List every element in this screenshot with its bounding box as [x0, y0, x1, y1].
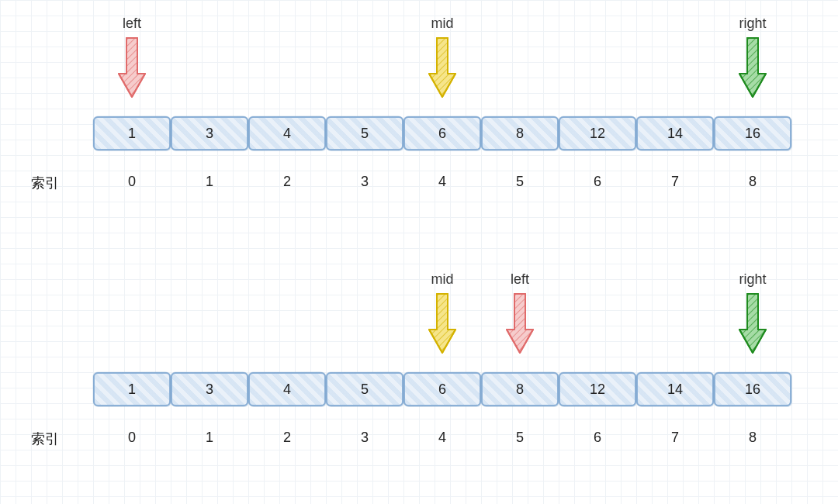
array-cell: 14: [636, 116, 714, 150]
index-cell: 3: [326, 430, 403, 446]
index-cell: 2: [248, 174, 326, 190]
index-cell: 1: [171, 430, 248, 446]
index-cell: 6: [559, 174, 636, 190]
mid-pointer: mid: [403, 271, 481, 354]
right-pointer-label: right: [714, 16, 791, 32]
array-cell: 14: [636, 372, 714, 406]
index-label-2: 索引: [31, 430, 78, 448]
index-cell: 0: [93, 174, 171, 190]
right-pointer: right: [714, 16, 791, 98]
pointer-row-1: left mid right: [93, 16, 791, 116]
index-cell: 7: [636, 174, 714, 190]
index-cell: 5: [481, 430, 559, 446]
index-row-1: 012345678: [93, 174, 791, 190]
array-cell: 1: [93, 116, 171, 150]
arrow-down-icon: [714, 36, 791, 98]
index-cell: 8: [714, 430, 791, 446]
array-cell: 6: [403, 116, 481, 150]
arrow-down-icon: [714, 292, 791, 354]
array-cell: 16: [714, 372, 791, 406]
index-cell: 3: [326, 174, 403, 190]
index-cell: 8: [714, 174, 791, 190]
index-cell: 1: [171, 174, 248, 190]
mid-pointer-label: mid: [403, 271, 481, 288]
array-cell: 3: [171, 116, 248, 150]
array-row-2: 134568121416: [93, 372, 791, 406]
index-cell: 2: [248, 430, 326, 446]
array-cell: 6: [403, 372, 481, 406]
array-cell: 12: [559, 372, 636, 406]
array-cell: 5: [326, 372, 403, 406]
arrow-down-icon: [93, 36, 171, 98]
index-cell: 4: [403, 174, 481, 190]
array-cell: 16: [714, 116, 791, 150]
array-cell: 3: [171, 372, 248, 406]
array-cell: 12: [559, 116, 636, 150]
mid-pointer: mid: [403, 16, 481, 98]
index-cell: 6: [559, 430, 636, 446]
index-cell: 0: [93, 430, 171, 446]
array-cell: 4: [248, 116, 326, 150]
index-row-2: 012345678: [93, 430, 791, 446]
right-pointer: right: [714, 271, 791, 354]
arrow-down-icon: [403, 292, 481, 354]
mid-pointer-label: mid: [403, 16, 481, 32]
array-cell: 5: [326, 116, 403, 150]
left-pointer: left: [481, 271, 559, 354]
pointer-row-2: mid left right: [93, 271, 791, 372]
index-cell: 5: [481, 174, 559, 190]
step-2: mid left right 134568121416: [93, 271, 791, 446]
index-cell: 4: [403, 430, 481, 446]
arrow-down-icon: [403, 36, 481, 98]
array-row-1: 134568121416: [93, 116, 791, 150]
array-cell: 8: [481, 116, 559, 150]
left-pointer: left: [93, 16, 171, 98]
index-cell: 7: [636, 430, 714, 446]
step-1: left mid right 134568121416: [93, 16, 791, 190]
left-pointer-label: left: [481, 271, 559, 288]
array-cell: 1: [93, 372, 171, 406]
left-pointer-label: left: [93, 16, 171, 32]
index-label-1: 索引: [31, 174, 78, 192]
arrow-down-icon: [481, 292, 559, 354]
array-cell: 4: [248, 372, 326, 406]
right-pointer-label: right: [714, 271, 791, 288]
array-cell: 8: [481, 372, 559, 406]
